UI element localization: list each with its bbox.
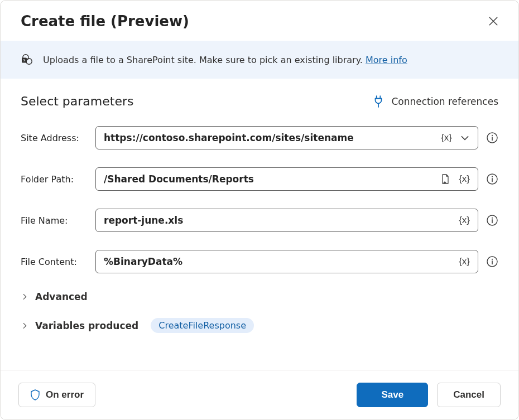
folder-path-row: Folder Path: /Shared Documents/Reports {… (21, 167, 498, 191)
file-content-value: %BinaryData% (104, 256, 453, 267)
file-name-label: File Name: (21, 215, 85, 226)
variables-produced-expander[interactable]: Variables produced CreateFileResponse (21, 318, 498, 333)
close-button[interactable] (485, 13, 502, 30)
dialog-title: Create file (Preview) (21, 13, 189, 30)
banner-text: Uploads a file to a SharePoint site. Mak… (43, 55, 407, 65)
folder-path-label: Folder Path: (21, 174, 85, 185)
file-browse-icon (440, 173, 451, 185)
more-info-link[interactable]: More info (366, 55, 407, 65)
variable-token-button[interactable]: {x} (456, 172, 472, 186)
file-content-label: File Content: (21, 257, 85, 267)
footer-actions: Save Cancel (357, 383, 501, 407)
sharepoint-icon: S (21, 53, 34, 66)
advanced-expander[interactable]: Advanced (21, 291, 498, 302)
shield-icon (30, 389, 40, 400)
advanced-label: Advanced (35, 291, 88, 302)
svg-point-5 (492, 135, 493, 136)
info-icon (486, 255, 498, 268)
svg-point-11 (492, 259, 493, 260)
site-address-value: https://contoso.sharepoint.com/sites/sit… (104, 132, 435, 143)
svg-text:S: S (23, 58, 26, 62)
create-file-dialog: Create file (Preview) S Uploads a file t… (0, 0, 519, 420)
cancel-label: Cancel (453, 389, 484, 400)
site-address-label: Site Address: (21, 133, 85, 143)
variable-token-button[interactable]: {x} (456, 255, 472, 268)
variables-produced-label: Variables produced (35, 320, 138, 331)
info-icon (486, 132, 498, 144)
description-banner: S Uploads a file to a SharePoint site. M… (1, 41, 518, 79)
file-content-info[interactable] (486, 255, 498, 268)
chevron-down-icon (460, 133, 470, 143)
variable-token-button[interactable]: {x} (439, 131, 454, 144)
on-error-button[interactable]: On error (18, 383, 95, 407)
site-address-input[interactable]: https://contoso.sharepoint.com/sites/sit… (95, 126, 478, 149)
file-name-input[interactable]: report-june.xls {x} (95, 209, 478, 232)
save-button[interactable]: Save (357, 383, 428, 407)
file-name-info[interactable] (486, 214, 498, 226)
connection-references-label: Connection references (391, 96, 498, 107)
folder-path-input[interactable]: /Shared Documents/Reports {x} (95, 167, 478, 191)
save-label: Save (381, 389, 403, 400)
svg-point-1 (26, 59, 32, 64)
folder-path-info[interactable] (486, 173, 498, 185)
browse-folder-button[interactable] (438, 172, 453, 186)
variable-token-button[interactable]: {x} (456, 214, 472, 227)
svg-point-9 (492, 218, 493, 219)
close-icon (488, 16, 498, 26)
file-name-value: report-june.xls (104, 215, 453, 226)
variable-chip[interactable]: CreateFileResponse (151, 318, 254, 333)
site-address-dropdown[interactable] (458, 132, 472, 144)
on-error-label: On error (46, 389, 84, 400)
cancel-button[interactable]: Cancel (437, 383, 501, 407)
file-name-row: File Name: report-june.xls {x} (21, 209, 498, 232)
connection-references-link[interactable]: Connection references (373, 95, 498, 108)
dialog-content: Select parameters Connection references … (1, 79, 518, 370)
plug-icon (373, 95, 383, 108)
dialog-header: Create file (Preview) (1, 1, 518, 41)
chevron-right-icon (21, 293, 28, 301)
file-content-input[interactable]: %BinaryData% {x} (95, 250, 478, 273)
banner-description: Uploads a file to a SharePoint site. Mak… (43, 55, 366, 65)
folder-path-value: /Shared Documents/Reports (104, 173, 434, 185)
info-icon (486, 173, 498, 185)
dialog-footer: On error Save Cancel (1, 370, 518, 419)
site-address-row: Site Address: https://contoso.sharepoint… (21, 126, 498, 149)
file-content-row: File Content: %BinaryData% {x} (21, 250, 498, 273)
chevron-right-icon (21, 322, 28, 330)
section-title: Select parameters (21, 94, 133, 108)
site-address-info[interactable] (486, 132, 498, 144)
section-header: Select parameters Connection references (21, 94, 498, 108)
svg-point-7 (492, 176, 493, 177)
info-icon (486, 214, 498, 226)
